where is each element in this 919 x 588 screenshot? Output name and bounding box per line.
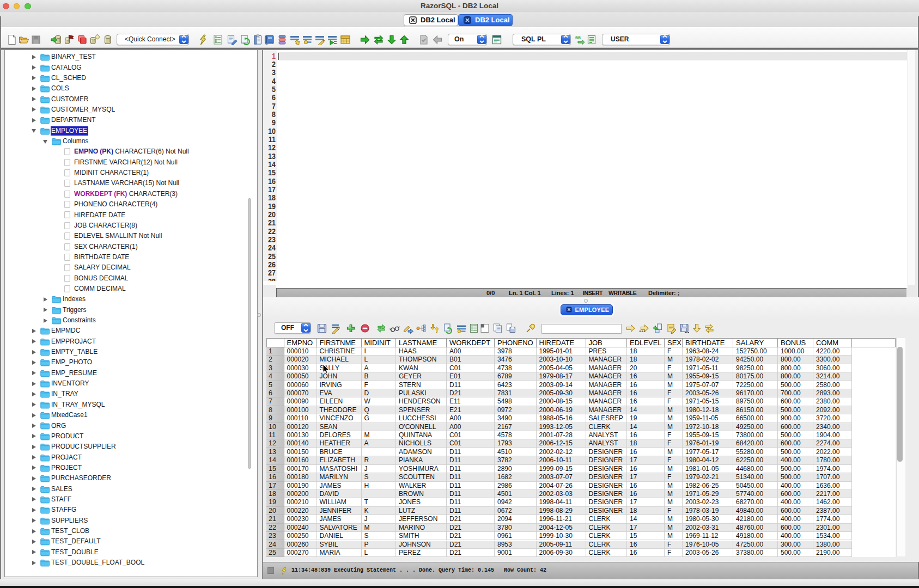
svg-text:66: 66 [575, 35, 581, 40]
